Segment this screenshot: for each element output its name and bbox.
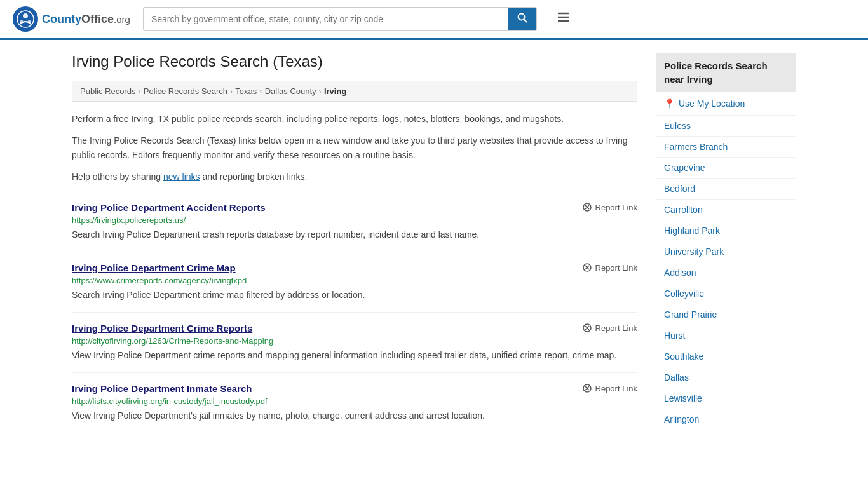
logo-text: CountyOffice.org bbox=[42, 13, 130, 26]
report-link-3[interactable]: Report Link bbox=[582, 383, 637, 393]
search-button[interactable] bbox=[508, 8, 536, 30]
sidebar-link-item-10: Hurst bbox=[656, 325, 796, 346]
breadcrumb-public-records[interactable]: Public Records bbox=[80, 86, 135, 96]
breadcrumb-current: Irving bbox=[324, 86, 346, 96]
sidebar-link-highland-park[interactable]: Highland Park bbox=[656, 220, 796, 241]
sidebar-link-item-3: Bedford bbox=[656, 179, 796, 200]
pin-icon: 📍 bbox=[664, 98, 675, 109]
sidebar-link-item-1: Farmers Branch bbox=[656, 137, 796, 158]
sidebar-link-southlake[interactable]: Southlake bbox=[656, 346, 796, 367]
result-header-1: Irving Police Department Crime Map Repor… bbox=[72, 262, 637, 273]
result-title-0[interactable]: Irving Police Department Accident Report… bbox=[72, 202, 266, 213]
logo-icon bbox=[13, 6, 38, 32]
sidebar-link-arlington[interactable]: Arlington bbox=[656, 409, 796, 430]
header: CountyOffice.org bbox=[0, 0, 868, 40]
main-content: Irving Police Records Search (Texas) Pub… bbox=[72, 53, 637, 433]
sidebar-link-university-park[interactable]: University Park bbox=[656, 241, 796, 262]
svg-point-1 bbox=[23, 13, 28, 18]
page-title: Irving Police Records Search (Texas) bbox=[72, 53, 637, 71]
result-title-1[interactable]: Irving Police Department Crime Map bbox=[72, 262, 236, 273]
logo[interactable]: CountyOffice.org bbox=[13, 6, 130, 32]
sidebar-link-addison[interactable]: Addison bbox=[656, 262, 796, 283]
breadcrumb-sep-2: › bbox=[230, 86, 233, 96]
report-icon-2 bbox=[582, 323, 592, 333]
breadcrumb-dallas-county[interactable]: Dallas County bbox=[265, 86, 316, 96]
svg-point-4 bbox=[518, 14, 524, 20]
breadcrumb-sep-1: › bbox=[138, 86, 140, 96]
svg-point-2 bbox=[20, 20, 24, 24]
result-url-1[interactable]: https://www.crimereports.com/agency/irvi… bbox=[72, 276, 637, 285]
result-title-2[interactable]: Irving Police Department Crime Reports bbox=[72, 323, 252, 334]
sidebar-link-item-11: Southlake bbox=[656, 346, 796, 367]
result-item-3: Irving Police Department Inmate Search R… bbox=[72, 373, 637, 433]
sidebar-link-item-5: Highland Park bbox=[656, 220, 796, 241]
search-input[interactable] bbox=[144, 8, 508, 30]
sidebar-link-item-2: Grapevine bbox=[656, 158, 796, 179]
report-icon-3 bbox=[582, 383, 592, 393]
intro-p2: The Irving Police Records Search (Texas)… bbox=[72, 133, 637, 162]
sidebar-link-grand-prairie[interactable]: Grand Prairie bbox=[656, 304, 796, 325]
intro-p1: Perform a free Irving, TX public police … bbox=[72, 112, 637, 126]
svg-point-0 bbox=[17, 11, 34, 27]
svg-point-3 bbox=[28, 20, 31, 24]
report-icon-0 bbox=[582, 202, 592, 212]
sidebar-heading: Police Records Search near Irving bbox=[656, 53, 796, 92]
sidebar-link-hurst[interactable]: Hurst bbox=[656, 325, 796, 346]
result-header-2: Irving Police Department Crime Reports R… bbox=[72, 323, 637, 334]
sidebar-link-item-6: University Park bbox=[656, 241, 796, 262]
breadcrumb-police-records-search[interactable]: Police Records Search bbox=[144, 86, 227, 96]
sidebar-link-lewisville[interactable]: Lewisville bbox=[656, 388, 796, 409]
result-header-3: Irving Police Department Inmate Search R… bbox=[72, 383, 637, 394]
result-url-3[interactable]: http://lists.cityofirving.org/in-custody… bbox=[72, 396, 637, 406]
result-url-2[interactable]: http://cityofirving.org/1263/Crime-Repor… bbox=[72, 336, 637, 346]
breadcrumb-sep-4: › bbox=[319, 86, 322, 96]
use-my-location[interactable]: 📍 Use My Location bbox=[656, 92, 796, 116]
sidebar-link-farmers-branch[interactable]: Farmers Branch bbox=[656, 137, 796, 157]
report-link-1[interactable]: Report Link bbox=[582, 262, 637, 273]
search-bar bbox=[143, 7, 537, 31]
main-container: Irving Police Records Search (Texas) Pub… bbox=[59, 40, 809, 446]
sidebar-link-item-8: Colleyville bbox=[656, 283, 796, 304]
new-links-link[interactable]: new links bbox=[163, 172, 200, 182]
sidebar: Police Records Search near Irving 📍 Use … bbox=[656, 53, 796, 433]
result-item-0: Irving Police Department Accident Report… bbox=[72, 192, 637, 252]
sidebar-link-colleyville[interactable]: Colleyville bbox=[656, 283, 796, 304]
result-header-0: Irving Police Department Accident Report… bbox=[72, 202, 637, 213]
sidebar-link-item-12: Dallas bbox=[656, 367, 796, 388]
result-desc-2: View Irving Police Department crime repo… bbox=[72, 349, 637, 362]
sidebar-link-item-9: Grand Prairie bbox=[656, 304, 796, 325]
breadcrumb-texas[interactable]: Texas bbox=[235, 86, 257, 96]
result-url-0[interactable]: https://irvingtx.policereports.us/ bbox=[72, 215, 637, 225]
sidebar-nearby-links: EulessFarmers BranchGrapevineBedfordCarr… bbox=[656, 116, 796, 430]
sidebar-link-grapevine[interactable]: Grapevine bbox=[656, 158, 796, 178]
sidebar-link-item-4: Carrollton bbox=[656, 200, 796, 220]
breadcrumb-sep-3: › bbox=[259, 86, 262, 96]
result-desc-1: Search Irving Police Department crime ma… bbox=[72, 288, 637, 302]
sidebar-link-item-14: Arlington bbox=[656, 409, 796, 430]
sidebar-link-item-7: Addison bbox=[656, 262, 796, 283]
result-desc-3: View Irving Police Department's jail inm… bbox=[72, 409, 637, 423]
breadcrumb: Public Records › Police Records Search ›… bbox=[72, 81, 637, 102]
sidebar-link-item-13: Lewisville bbox=[656, 388, 796, 409]
result-item-1: Irving Police Department Crime Map Repor… bbox=[72, 252, 637, 313]
sidebar-link-euless[interactable]: Euless bbox=[656, 116, 796, 136]
result-item-2: Irving Police Department Crime Reports R… bbox=[72, 313, 637, 373]
report-link-2[interactable]: Report Link bbox=[582, 323, 637, 333]
sidebar-link-dallas[interactable]: Dallas bbox=[656, 367, 796, 388]
sidebar-link-item-0: Euless bbox=[656, 116, 796, 137]
report-link-0[interactable]: Report Link bbox=[582, 202, 637, 212]
result-desc-0: Search Irving Police Department crash re… bbox=[72, 228, 637, 241]
report-icon-1 bbox=[582, 262, 592, 273]
use-my-location-label: Use My Location bbox=[679, 98, 745, 109]
result-title-3[interactable]: Irving Police Department Inmate Search bbox=[72, 383, 252, 394]
menu-button[interactable] bbox=[556, 10, 571, 29]
results-list: Irving Police Department Accident Report… bbox=[72, 192, 637, 433]
sidebar-link-carrollton[interactable]: Carrollton bbox=[656, 200, 796, 220]
svg-line-5 bbox=[524, 20, 527, 23]
sidebar-link-bedford[interactable]: Bedford bbox=[656, 179, 796, 199]
intro-p3: Help others by sharing new links and rep… bbox=[72, 170, 637, 184]
